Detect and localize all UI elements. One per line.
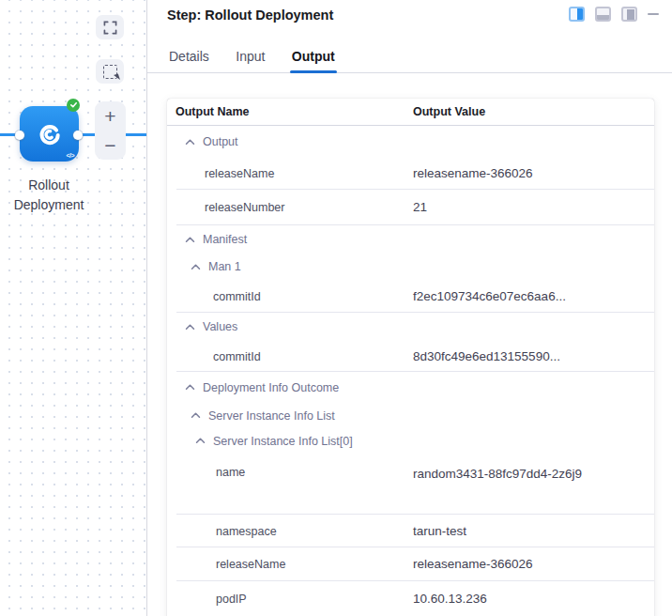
rollout-deployment-node[interactable]: </>	[20, 106, 79, 162]
tab-input[interactable]: Input	[234, 44, 267, 72]
table-row: releaseName releasename-366026	[167, 158, 654, 190]
zoom-out-button[interactable]: −	[104, 136, 115, 155]
table-header-row: Output Name Output Value	[167, 99, 654, 126]
split-pane-icon[interactable]	[569, 7, 585, 22]
output-name: releaseNumber	[167, 201, 413, 214]
node-port-right[interactable]	[73, 131, 83, 140]
output-name: podIP	[167, 593, 413, 606]
table-row: releaseNumber 21	[167, 190, 654, 225]
fullscreen-icon	[103, 21, 117, 35]
table-row: name random3431-88fc97dd4-2z6j9	[167, 454, 654, 515]
tab-details[interactable]: Details	[167, 44, 211, 72]
pipeline-canvas[interactable]: </> Rollout Deployment + −	[0, 0, 146, 616]
table-row: releaseName releasename-366026	[167, 547, 654, 581]
check-icon	[69, 100, 78, 109]
tab-bar: Details Input Output	[147, 44, 672, 73]
panel-header: Step: Rollout Deployment	[147, 0, 672, 32]
output-name: namespace	[167, 525, 413, 538]
panel-window-controls	[569, 7, 659, 22]
group-label: Server Instance Info List	[208, 409, 335, 423]
output-table-card: Output Name Output Value Output releaseN…	[167, 99, 654, 616]
output-value: releasename-366026	[413, 161, 610, 187]
output-value: f2ec109734c6e07ec6aa6...	[413, 284, 610, 310]
step-details-panel: Step: Rollout Deployment Details Input O…	[147, 0, 672, 616]
output-value: 10.60.13.236	[413, 586, 610, 612]
output-value: 8d30fc49e6ed13155590...	[413, 344, 610, 370]
group-row-deployment-info-outcome[interactable]: Deployment Info Outcome	[167, 372, 654, 403]
output-value: random3431-88fc97dd4-2z6j9	[413, 460, 610, 487]
output-name: commitId	[167, 290, 413, 303]
group-label: Values	[203, 320, 237, 333]
chevron-up-icon[interactable]	[185, 237, 195, 243]
bottom-pane-icon[interactable]	[595, 7, 611, 22]
output-name: name	[167, 460, 413, 480]
group-row-manifest[interactable]: Manifest	[167, 225, 654, 254]
node-port-left[interactable]	[15, 131, 24, 140]
chevron-up-icon[interactable]	[195, 438, 206, 444]
right-pane-icon[interactable]	[621, 7, 637, 22]
output-name: commitId	[167, 350, 413, 363]
chevron-up-icon[interactable]	[191, 264, 201, 270]
group-row-server-instance-info-list[interactable]: Server Instance Info List	[167, 403, 654, 428]
rollout-step-icon	[37, 121, 63, 147]
group-row-values[interactable]: Values	[167, 313, 654, 341]
output-name: releaseName	[167, 558, 413, 571]
marquee-select-icon	[103, 65, 117, 79]
chevron-up-icon[interactable]	[191, 412, 201, 419]
step-output-screen: </> Rollout Deployment + − Step: Rollout…	[0, 0, 672, 616]
table-row: commitId f2ec109734c6e07ec6aa6...	[167, 280, 654, 313]
chevron-up-icon[interactable]	[185, 139, 195, 146]
output-value: 21	[413, 194, 610, 221]
node-label: Rollout Deployment	[0, 176, 98, 215]
table-row: podIP 10.60.13.236	[167, 581, 654, 616]
chevron-up-icon[interactable]	[185, 384, 195, 391]
output-value: tarun-test	[413, 518, 610, 545]
group-row-output[interactable]: Output	[167, 126, 654, 158]
output-name: releaseName	[167, 167, 413, 180]
output-value: releasename-366026	[413, 551, 610, 578]
table-row: commitId 8d30fc49e6ed13155590...	[167, 341, 654, 372]
chevron-up-icon[interactable]	[185, 324, 195, 331]
group-label: Output	[203, 135, 238, 148]
success-badge	[67, 99, 80, 112]
fullscreen-button[interactable]	[96, 15, 124, 39]
group-label: Manifest	[203, 233, 247, 246]
column-header-output-name: Output Name	[167, 105, 413, 118]
tab-output[interactable]: Output	[290, 44, 337, 72]
code-icon: </>	[66, 152, 74, 159]
group-label: Server Instance Info List[0]	[213, 435, 353, 448]
group-label: Man 1	[208, 260, 241, 273]
group-label: Deployment Info Outcome	[203, 381, 339, 394]
group-row-server-instance-info-list-0[interactable]: Server Instance Info List[0]	[167, 428, 654, 454]
panel-title: Step: Rollout Deployment	[167, 8, 333, 23]
marquee-select-button[interactable]	[96, 59, 124, 84]
zoom-controls: + −	[95, 101, 126, 160]
minimize-icon[interactable]	[648, 13, 659, 16]
group-row-man-1[interactable]: Man 1	[167, 254, 654, 280]
zoom-in-button[interactable]: +	[104, 107, 115, 126]
table-row: namespace tarun-test	[167, 515, 654, 547]
column-header-output-value: Output Value	[413, 105, 485, 118]
